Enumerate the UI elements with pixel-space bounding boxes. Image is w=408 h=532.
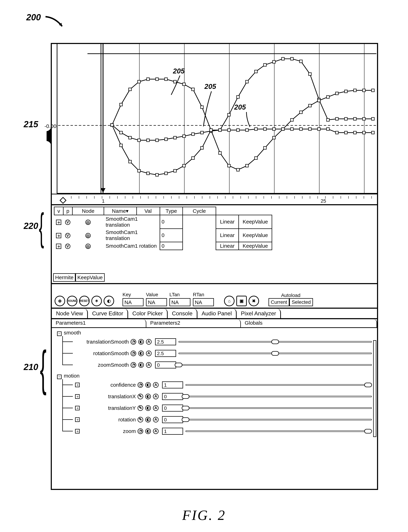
keyframe-marker[interactable]	[237, 129, 239, 132]
keyframe-marker[interactable]	[156, 174, 158, 176]
keyframe-marker[interactable]	[317, 99, 320, 102]
param-slider[interactable]	[186, 430, 372, 433]
toolbar-right-icon-2[interactable]: ✖	[248, 296, 259, 306]
contrast-icon[interactable]: ◐	[138, 362, 144, 368]
row-expand[interactable]: ＋	[54, 229, 63, 242]
param-value-input[interactable]: 2.5	[155, 338, 176, 345]
keyframe-marker[interactable]	[120, 144, 123, 147]
keyframe-marker[interactable]	[219, 129, 221, 132]
key-input[interactable]: NA	[123, 298, 144, 306]
expand-toggle[interactable]: ＋	[75, 394, 80, 399]
keyframe-marker[interactable]	[237, 168, 239, 171]
row-expand[interactable]: ＋	[54, 215, 63, 229]
contrast-icon[interactable]: ◐	[138, 339, 144, 345]
keyframe-marker[interactable]	[156, 78, 158, 81]
keyframe-marker[interactable]	[272, 128, 275, 130]
row-type[interactable]: Linear	[216, 242, 239, 250]
keyframe-marker[interactable]	[344, 117, 347, 120]
col-type[interactable]: Type	[160, 207, 183, 215]
keyframe-marker[interactable]	[327, 96, 329, 98]
param-slider[interactable]	[178, 352, 372, 355]
contrast-icon[interactable]: ◐	[145, 405, 151, 411]
toolbar-right-icon-0[interactable]: ⌂	[224, 296, 235, 306]
auto-icon[interactable]: A	[153, 382, 159, 388]
rtan-input[interactable]: NA	[193, 298, 214, 306]
row-cycle[interactable]: KeepValue	[239, 229, 272, 242]
expand-toggle[interactable]: ＋	[75, 417, 80, 422]
keyframe-marker[interactable]	[183, 164, 185, 167]
keyframe-marker[interactable]	[228, 164, 230, 167]
param-tab-globals[interactable]: Globals	[241, 319, 377, 327]
row-type[interactable]: Linear	[216, 229, 239, 242]
tab-curve-editor[interactable]: Curve Editor	[88, 309, 128, 318]
contrast-icon[interactable]: ◐	[145, 382, 151, 388]
table-row[interactable]: ＋V◎SmoothCam1 rotation0LinearKeepValue	[54, 242, 272, 250]
keyframe-marker[interactable]	[129, 88, 131, 91]
row-target[interactable]: ◎	[72, 242, 104, 250]
auto-icon[interactable]: A	[146, 339, 152, 345]
keyframe-marker[interactable]	[299, 60, 302, 63]
keyframe-marker[interactable]	[255, 70, 257, 73]
col-v[interactable]: v	[54, 207, 63, 215]
keyframe-marker[interactable]	[363, 89, 365, 92]
param-slider[interactable]	[186, 383, 372, 387]
col-p[interactable]: p	[63, 207, 72, 215]
auto-icon[interactable]: A	[146, 351, 152, 356]
keyframe-marker[interactable]	[336, 131, 338, 134]
keyframe-marker[interactable]	[165, 138, 168, 141]
param-slider[interactable]	[178, 340, 372, 343]
graph-plot-area[interactable]: -0.00 205 205 205	[57, 44, 377, 194]
expand-toggle[interactable]: ＋	[75, 383, 80, 387]
keyframe-marker[interactable]	[137, 169, 140, 172]
autoload-current-button[interactable]: Current	[269, 298, 289, 306]
param-tab-parameters1[interactable]: Parameters1	[52, 319, 146, 327]
toolbar-icon-1[interactable]: ROUND	[67, 296, 77, 306]
keyframe-marker[interactable]	[264, 128, 266, 130]
row-type[interactable]: Linear	[216, 215, 239, 229]
keyframe-marker[interactable]	[264, 147, 266, 149]
row-val[interactable]: 0	[160, 215, 183, 229]
expand-toggle[interactable]: ＋	[75, 429, 80, 434]
keyframe-marker[interactable]	[129, 136, 131, 139]
keyframe-marker[interactable]	[137, 80, 140, 83]
param-value-input[interactable]: 0	[162, 393, 183, 400]
expand-toggle[interactable]: ＋	[75, 406, 80, 410]
row-vis[interactable]: V	[63, 229, 72, 242]
row-val[interactable]: 0	[160, 242, 183, 250]
keyframe-marker[interactable]	[299, 128, 302, 130]
keyframe-marker[interactable]	[344, 131, 347, 134]
keyframe-marker[interactable]	[290, 118, 293, 121]
keyframe-marker[interactable]	[201, 147, 203, 149]
keyframe-marker[interactable]	[354, 117, 356, 120]
table-row[interactable]: ＋V◎SmoothCam1 translation0LinearKeepValu…	[54, 229, 272, 242]
col-node[interactable]: Node	[72, 207, 104, 215]
tab-pixel-analyzer[interactable]: Pixel Analyzer	[237, 309, 281, 318]
auto-icon[interactable]: A	[153, 417, 159, 422]
keyframe-marker[interactable]	[372, 117, 374, 120]
keyframe-marker[interactable]	[110, 124, 113, 126]
toolbar-right-icon-1[interactable]: ▣	[236, 296, 247, 306]
row-target[interactable]: ◎	[72, 229, 104, 242]
keyframe-marker[interactable]	[174, 169, 176, 172]
curve-series[interactable]	[112, 90, 373, 175]
col-cycle[interactable]: Cycle	[183, 207, 216, 215]
keyframe-marker[interactable]	[147, 172, 149, 175]
auto-icon[interactable]: A	[153, 394, 159, 399]
keyframe-marker[interactable]	[336, 117, 338, 120]
param-value-input[interactable]: 1	[162, 381, 183, 389]
keyframe-marker[interactable]	[299, 111, 302, 114]
hermite-option[interactable]: Hermite	[53, 273, 76, 282]
keyframe-marker[interactable]	[228, 129, 230, 132]
contrast-icon[interactable]: ◐	[145, 417, 151, 422]
keyframe-marker[interactable]	[309, 104, 311, 107]
keyframe-marker[interactable]	[372, 131, 374, 134]
auto-icon[interactable]: A	[153, 428, 159, 434]
scrollbar[interactable]	[373, 340, 376, 437]
playhead-diamond-icon[interactable]	[60, 197, 67, 204]
param-value-input[interactable]: 0	[162, 416, 183, 423]
keyframe-marker[interactable]	[137, 139, 140, 142]
keyframe-marker[interactable]	[210, 129, 212, 132]
keyframe-marker[interactable]	[219, 152, 221, 154]
row-val[interactable]: 0	[160, 229, 183, 242]
contrast-icon[interactable]: ◐	[145, 428, 151, 434]
